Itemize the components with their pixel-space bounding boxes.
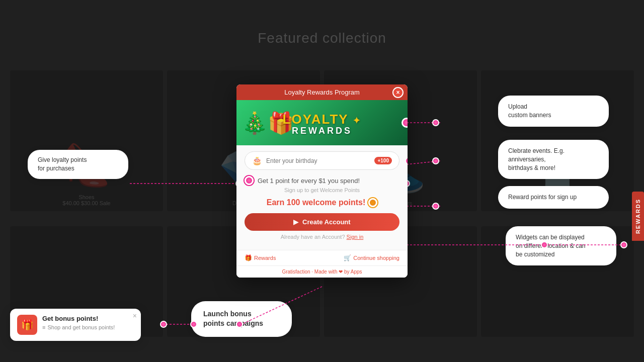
callout-reward-signup: Reward points for sign up [498,186,609,209]
birthday-row: 🎂 +100 [245,151,399,170]
rewards-side-tab[interactable]: REWARDS [632,192,644,241]
signup-subtext: Sign up to get Welcome Points [245,187,399,193]
gift-icon: 🎁 [245,254,252,261]
bonus-icon-box: 🎁 [17,315,37,335]
banner-text: LOYALTY ✦ REWARDS [283,113,362,136]
get-points-text: Get 1 point for every $1 you spend! [258,177,360,185]
footer-continue-link[interactable]: 🛒 Continue shopping [344,254,399,261]
birthday-connector-dot [405,157,408,165]
callout-upload-banners: Uploadcustom banners [498,96,609,127]
loyalty-heading: LOYALTY ✦ [283,113,362,126]
modal-title: Loyalty Rewards Program [284,88,360,96]
signin-link[interactable]: Sign in [347,234,364,240]
bonus-content: Get bonus points! ≡ Shop and get bonus p… [42,315,134,330]
callout-widgets-text: Widgets can be displayedon different loc… [516,233,586,258]
modal-header: Loyalty Rewards Program × [236,84,408,100]
callout-launch-bonus: Launch bonuspoints campaigns [191,301,292,337]
modal-wrapper: Loyalty Rewards Program × 🎄🎁 LOYALTY ✦ R… [236,84,408,278]
birthday-icon: 🎂 [252,156,262,165]
banner-connector-dot [401,118,408,128]
loyalty-rewards-modal: Loyalty Rewards Program × 🎄🎁 LOYALTY ✦ R… [236,84,408,278]
bonus-points-widget: 🎁 Get bonus points! ≡ Shop and get bonus… [10,309,141,341]
connector-dot-upload-right [432,119,439,126]
birthday-input[interactable] [266,157,371,164]
earn-connector-dot [368,198,377,207]
connector-dot-launch-right [236,321,243,328]
bonus-title: Get bonus points! [42,315,134,322]
gift-box-icon: 🎁 [21,319,34,331]
points-badge: +100 [374,157,392,164]
connector-dot-bonus-right [160,321,167,328]
connector-dot-widgets-right [620,241,627,248]
connector-dot-reward-right [432,203,439,210]
callout-give-points-text: Give loyalty pointsfor purchases [38,156,87,173]
bonus-subtitle: ≡ Shop and get bonus points! [42,324,134,330]
modal-body: 🎂 +100 Get 1 point for every $1 you spen… [236,145,408,250]
callout-launch-text: Launch bonuspoints campaigns [203,309,263,329]
branding-suffix: · Made with ❤ by Apps [311,269,362,275]
star-icon: ✦ [353,116,361,125]
earn-row: Earn 100 welcome points! [245,198,399,207]
callout-celebrate-text: Clebrate events. E.g.anniversaries,birth… [508,147,565,172]
modal-branding: Gratisfaction · Made with ❤ by Apps [236,265,408,278]
callout-celebrate-events: Clebrate events. E.g.anniversaries,birth… [498,140,609,179]
modal-footer-links: 🎁 Rewards 🛒 Continue shopping [236,250,408,265]
bonus-widget-close-button[interactable]: × [133,312,137,320]
footer-rewards-link[interactable]: 🎁 Rewards [245,254,276,261]
rewards-heading: REWARDS [283,126,362,136]
connector-dot-widgets-mid [541,241,548,248]
get-points-row: Get 1 point for every $1 you spend! [245,176,399,185]
callout-give-points: Give loyalty pointsfor purchases [28,150,128,179]
modal-banner: 🎄🎁 LOYALTY ✦ REWARDS [236,100,408,145]
modal-close-button[interactable]: × [392,87,404,98]
create-account-button[interactable]: ▶ Create Account [245,213,399,231]
branding-name: Gratisfaction [282,269,310,275]
connector-dot-launch-left [190,321,197,328]
earn-text: Earn 100 welcome points! [267,198,366,207]
signin-row: Already have an Account? Sign in [245,234,399,240]
cart-icon: 🛒 [344,254,351,261]
play-icon: ▶ [293,218,298,226]
callout-upload-text: Uploadcustom banners [508,103,551,120]
get-points-connector-dot [245,176,254,185]
callout-widgets: Widgets can be displayedon different loc… [506,226,616,265]
list-icon: ≡ [42,324,45,330]
callout-reward-text: Reward points for sign up [508,193,577,202]
connector-dot-celebrate-right [432,157,439,164]
